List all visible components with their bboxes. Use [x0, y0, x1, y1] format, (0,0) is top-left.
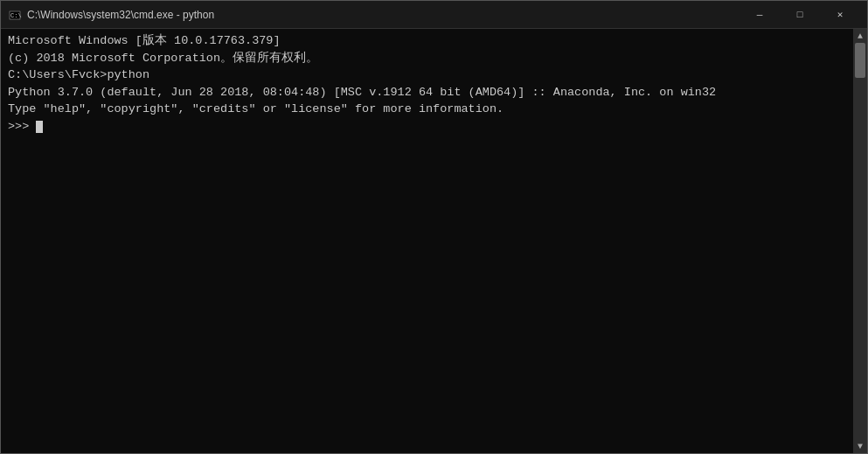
cursor — [36, 121, 43, 133]
window-controls: — □ ✕ — [740, 1, 860, 29]
window-title: C:\Windows\system32\cmd.exe - python — [27, 9, 740, 21]
svg-text:C:\: C:\ — [10, 12, 22, 19]
vertical-scrollbar[interactable]: ▲ ▼ — [853, 29, 867, 453]
cmd-window: C:\ C:\Windows\system32\cmd.exe - python… — [0, 0, 868, 454]
cmd-icon: C:\ — [8, 8, 22, 22]
terminal-line-1: (c) 2018 Microsoft Corporation。保留所有权利。 — [8, 50, 846, 67]
content-area: Microsoft Windows [版本 10.0.17763.379] (c… — [1, 29, 867, 453]
minimize-button[interactable]: — — [740, 1, 780, 29]
terminal-output[interactable]: Microsoft Windows [版本 10.0.17763.379] (c… — [1, 29, 853, 453]
terminal-line-3: C:\Users\Fvck>python — [8, 66, 846, 84]
terminal-line-4: Python 3.7.0 (default, Jun 28 2018, 08:0… — [8, 84, 846, 101]
terminal-line-0: Microsoft Windows [版本 10.0.17763.379] — [8, 32, 846, 50]
scrollbar-track[interactable] — [853, 43, 867, 439]
maximize-button[interactable]: □ — [780, 1, 820, 29]
scroll-up-arrow[interactable]: ▲ — [853, 29, 867, 43]
scrollbar-thumb[interactable] — [855, 43, 865, 78]
close-button[interactable]: ✕ — [820, 1, 860, 29]
titlebar: C:\ C:\Windows\system32\cmd.exe - python… — [1, 1, 867, 29]
scroll-down-arrow[interactable]: ▼ — [853, 439, 867, 453]
terminal-line-6: >>> — [8, 118, 846, 136]
terminal-line-5: Type "help", "copyright", "credits" or "… — [8, 101, 846, 118]
prompt: >>> — [8, 120, 36, 133]
